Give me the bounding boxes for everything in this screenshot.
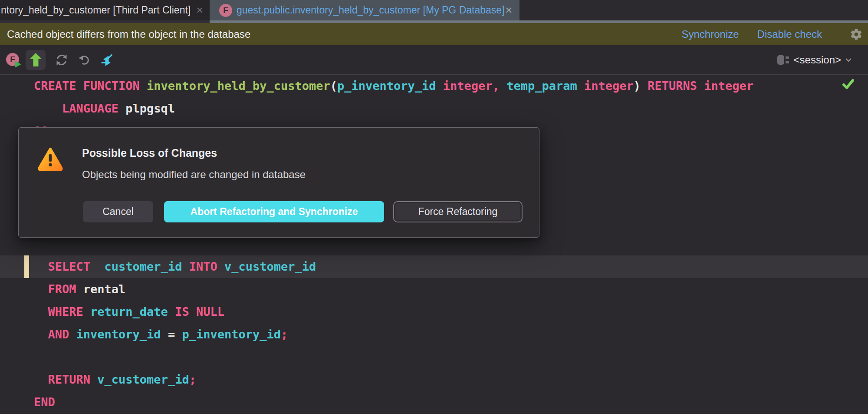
- abort-refactoring-and-synchronize-button[interactable]: Abort Refactoring and Synchronize: [164, 201, 384, 222]
- close-icon[interactable]: ✕: [196, 5, 204, 16]
- banner-message: Cached object differs from the object in…: [7, 28, 250, 40]
- function-badge-icon: F: [219, 4, 232, 17]
- changed-line-marker: [24, 255, 29, 278]
- possible-loss-of-changes-dialog: Possible Loss of Changes Objects being m…: [18, 127, 539, 238]
- function-editor-toolbar: F: [0, 45, 868, 75]
- inspection-ok-icon: [842, 79, 854, 89]
- session-icon: [777, 55, 790, 65]
- cancel-button[interactable]: Cancel: [83, 201, 153, 222]
- chevron-down-icon: [845, 58, 852, 62]
- ide-window: ntory_held_by_customer [Third Part Clien…: [0, 0, 868, 414]
- converge-arrows-icon[interactable]: [100, 53, 113, 66]
- code-line: CREATE FUNCTION inventory_held_by_custom…: [34, 75, 753, 97]
- tab-third-part-client[interactable]: ntory_held_by_customer [Third Part Clien…: [0, 0, 210, 20]
- upload-arrow-icon: [30, 53, 42, 66]
- submit-changes-button[interactable]: [26, 50, 46, 70]
- sql-editor[interactable]: CREATE FUNCTION inventory_held_by_custom…: [0, 75, 868, 414]
- code-line: END: [34, 391, 55, 414]
- code-line: AND inventory_id = p_inventory_id;: [34, 323, 288, 346]
- tab-inventory-held-by-customer[interactable]: F guest.public.inventory_held_by_custome…: [210, 0, 519, 20]
- banner-actions: Synchronize Disable check: [682, 28, 863, 41]
- warning-icon: [38, 147, 63, 171]
- code-line: SELECT customer_id INTO v_customer_id: [34, 255, 316, 278]
- play-icon: [15, 61, 21, 68]
- code-line: RETURN v_customer_id;: [34, 368, 196, 391]
- synchronize-link[interactable]: Synchronize: [682, 28, 739, 40]
- code-line: FROM rental: [34, 278, 125, 301]
- run-function-icon[interactable]: F: [6, 53, 20, 67]
- editor-tab-bar: ntory_held_by_customer [Third Part Clien…: [0, 0, 868, 23]
- close-icon[interactable]: ✕: [505, 5, 513, 16]
- cached-object-banner: Cached object differs from the object in…: [0, 23, 868, 45]
- dialog-title: Possible Loss of Changes: [82, 147, 217, 159]
- gear-icon[interactable]: [850, 28, 863, 41]
- dialog-message: Objects being modified are changed in da…: [82, 169, 306, 181]
- session-label: <session>: [794, 54, 841, 66]
- force-refactoring-button[interactable]: Force Refactoring: [393, 201, 523, 222]
- tab-label: guest.public.inventory_held_by_customer …: [237, 4, 505, 16]
- code-line: LANGUAGE plpgsql: [34, 97, 175, 120]
- undo-button[interactable]: [78, 53, 91, 66]
- session-selector[interactable]: <session>: [777, 54, 868, 66]
- refresh-button[interactable]: [55, 53, 68, 66]
- code-line: WHERE return_date IS NULL: [34, 301, 224, 323]
- tab-label: ntory_held_by_customer [Third Part Clien…: [1, 4, 191, 16]
- disable-check-link[interactable]: Disable check: [757, 28, 822, 40]
